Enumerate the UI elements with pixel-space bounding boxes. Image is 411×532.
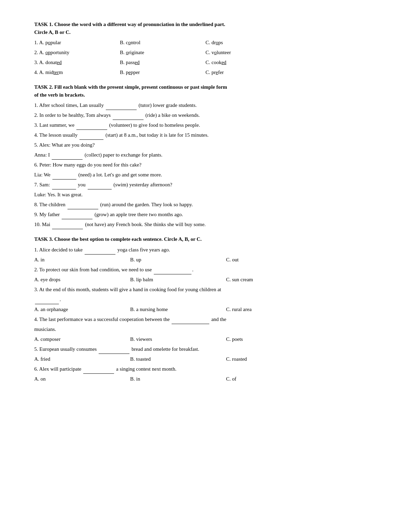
task2-q1-blank xyxy=(106,104,137,110)
task2-q3: 3. Last summer, we (volunteer) to give f… xyxy=(34,121,377,130)
task1-q3-optC: C. cooked xyxy=(206,58,291,67)
task3-q5-opts: A. fried B. toasted C. roasted xyxy=(34,355,377,364)
task3-q5-optA: A. fried xyxy=(34,355,130,364)
task2-q10: 10. Mai (not have) any French book. She … xyxy=(34,220,377,229)
task3-q3: 3. At the end of this month, students wi… xyxy=(34,285,377,294)
task3-q2-optC: C. sun cream xyxy=(226,275,377,284)
task2-q6-lia: Lia: We (need) a lot. Let's go and get s… xyxy=(34,170,377,180)
task3-q3-optC: C. rural area xyxy=(226,305,377,314)
task1-q1: 1. A. popular B. control C. drops xyxy=(34,38,377,47)
task1-heading: TASK 1. Choose the word with a different… xyxy=(34,21,377,36)
task3-q4-blank xyxy=(172,318,209,324)
task3-q6: 6. Alex will participate a singing conte… xyxy=(34,364,377,374)
task2-q7-blank1 xyxy=(52,184,76,190)
task1-q3-optB: B. passed xyxy=(120,58,206,67)
task2-q2: 2. In order to be healthy, Tom always (r… xyxy=(34,111,377,120)
task2-q3-blank xyxy=(76,124,107,130)
task2-q6: 6. Peter: How many eggs do you need for … xyxy=(34,160,377,170)
task3-q6-optC: C. of xyxy=(226,374,377,384)
task2-q5: 5. Alex: What are you doing? xyxy=(34,140,377,150)
task3-q3-optA: A. an orphanage xyxy=(34,305,130,314)
task3-q2-opts: A. eye drops B. lip balm C. sun cream xyxy=(34,275,377,284)
task3-q1: 1. Alice decided to take yoga class five… xyxy=(34,245,377,255)
task2-section: TASK 2. Fill each blank with the present… xyxy=(34,83,377,229)
task2-q8: 8. The children (run) around the garden.… xyxy=(34,200,377,209)
task3-q2-blank xyxy=(154,269,191,274)
task2-q4-blank xyxy=(79,134,103,140)
task3-q3-cont: . xyxy=(34,295,377,304)
task2-q4: 4. The lesson usually (start) at 8 a.m.,… xyxy=(34,131,377,140)
task1-q1-optC: C. drops xyxy=(206,38,291,47)
task1-section: TASK 1. Choose the word with a different… xyxy=(34,21,377,77)
task1-q4-optB: B. pepper xyxy=(120,68,206,77)
task3-q3-optB: B. a nursing home xyxy=(130,305,226,314)
task3-section: TASK 3. Choose the best option to comple… xyxy=(34,235,377,384)
task3-q4-optB: B. viewers xyxy=(130,335,226,344)
task3-q5-optB: B. toasted xyxy=(130,355,226,364)
task3-q1-optC: C. out xyxy=(226,255,377,264)
task1-q4-optA: 4. A. midterm xyxy=(34,68,120,77)
task2-q7-luke: Luke: Yes. It was great. xyxy=(34,190,377,199)
task3-q1-optA: A. in xyxy=(34,255,130,264)
task3-q4-cont: musicians. xyxy=(34,325,377,334)
task3-q6-optB: B. in xyxy=(130,374,226,384)
task1-q3-optA: 3. A. donated xyxy=(34,58,120,67)
task2-q5-blank xyxy=(52,154,83,160)
task2-q1: 1. After school times, Lan usually (tuto… xyxy=(34,101,377,110)
task3-q6-opts: A. on B. in C. of xyxy=(34,374,377,384)
task3-q2-optA: A. eye drops xyxy=(34,275,130,284)
task1-heading2-text: Circle A, B or C. xyxy=(34,29,71,35)
task1-q3: 3. A. donated B. passed C. cooked xyxy=(34,58,377,67)
task2-q6-blank xyxy=(52,174,76,180)
task2-q9-blank xyxy=(62,214,92,220)
task2-heading: TASK 2. Fill each blank with the present… xyxy=(34,83,377,99)
task3-heading: TASK 3. Choose the best option to comple… xyxy=(34,235,377,243)
task3-q4: 4. The last performance was a successful… xyxy=(34,315,377,324)
task2-q5-anna: Anna: I (collect) paper to exchange for … xyxy=(34,150,377,160)
task1-q1-num: 1. A. popular xyxy=(34,38,120,47)
task2-q7: 7. Sam: you (swim) yesterday afternoon? xyxy=(34,180,377,189)
task3-q2: 2. To protect our skin from bad conditio… xyxy=(34,265,377,274)
page: TASK 1. Choose the word with a different… xyxy=(0,0,411,532)
task1-q1-optB: B. control xyxy=(120,38,206,47)
task3-q3-blank xyxy=(35,298,59,304)
task3-q5: 5. European usually consumes bread and o… xyxy=(34,345,377,354)
task3-q5-blank xyxy=(99,348,129,354)
task2-q7-blank2 xyxy=(88,184,112,190)
task3-q4-optC: C. poets xyxy=(226,335,377,344)
task3-q6-optA: A. on xyxy=(34,374,130,384)
task1-q2-optC: C. volunteer xyxy=(206,48,291,57)
task1-q4-optC: C. prefer xyxy=(206,68,291,77)
task3-q5-optC: C. roasted xyxy=(226,355,377,364)
task2-q10-blank xyxy=(52,224,83,230)
task3-q4-optA: A. composer xyxy=(34,335,130,344)
task1-heading-text: TASK 1. Choose the word with a different… xyxy=(34,22,225,27)
task1-q4: 4. A. midterm B. pepper C. prefer xyxy=(34,68,377,77)
task1-q2-optB: B. originate xyxy=(120,48,206,57)
task2-q9: 9. My father (grow) an apple tree there … xyxy=(34,210,377,219)
task3-q6-blank xyxy=(83,368,114,374)
task1-q2-optA: 2. A. opportunity xyxy=(34,48,120,57)
task2-q2-blank xyxy=(113,114,144,120)
task3-q3-opts: A. an orphanage B. a nursing home C. rur… xyxy=(34,305,377,314)
task3-q1-opts: A. in B. up C. out xyxy=(34,255,377,264)
task1-q2: 2. A. opportunity B. originate C. volunt… xyxy=(34,48,377,57)
task3-q1-blank xyxy=(85,249,115,255)
task3-q4-opts: A. composer B. viewers C. poets xyxy=(34,335,377,344)
task3-q1-optB: B. up xyxy=(130,255,226,264)
task3-q2-optB: B. lip balm xyxy=(130,275,226,284)
task2-q8-blank xyxy=(67,204,98,210)
